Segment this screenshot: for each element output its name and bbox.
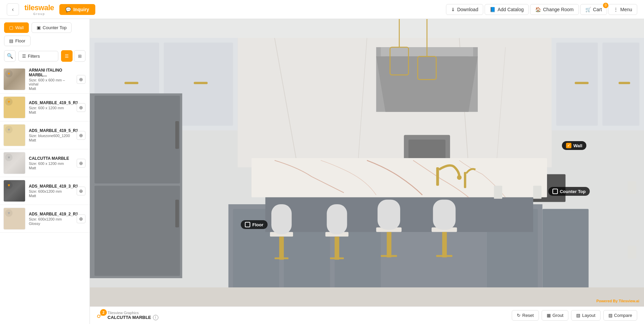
tile-finish: Matt	[29, 194, 73, 198]
layout-button[interactable]: ▧ Layout	[571, 310, 600, 321]
powered-by-text: Powered By	[596, 299, 618, 303]
wall-label[interactable]: ✓ Wall	[562, 141, 586, 150]
sidebar: ▢ Wall ▣ Counter Top ▤ Floor 🔍 ☰ Filters	[0, 19, 90, 324]
tab-floor-label: Floor	[15, 38, 25, 43]
countertop-icon: ▣	[37, 25, 41, 30]
inquiry-button[interactable]: 💬 Inquiry	[59, 4, 95, 15]
tile-name: ADS_MARBLE_419_2_R1	[29, 212, 73, 216]
tile-thumbnail: ♥	[3, 180, 25, 202]
grout-button[interactable]: ▦ Grout	[542, 310, 569, 321]
tile-size: Size: 600x1200 mm	[29, 189, 73, 193]
filter-icon: ☰	[22, 54, 26, 59]
compare-icon: ▨	[608, 313, 612, 318]
bottom-bar: ☍ 2 Tilesview Graphics CALCUTTA MARBLE i…	[90, 306, 644, 324]
filter-label: Filters	[28, 54, 40, 59]
svg-rect-49	[335, 236, 339, 260]
grout-label: Grout	[552, 313, 564, 318]
floor-checkbox[interactable]	[245, 222, 250, 227]
list-view-button[interactable]: ☰	[61, 50, 73, 62]
compare-button[interactable]: ▨ Compare	[603, 310, 637, 321]
floor-label[interactable]: Floor	[241, 220, 268, 229]
tile-size: Size: 600 x 1200 mm	[29, 106, 73, 110]
cart-button[interactable]: 🛒 Cart 0	[580, 4, 607, 15]
add-to-cart-button[interactable]: ⊕	[77, 75, 85, 84]
back-button[interactable]: ‹	[7, 3, 19, 16]
bottom-tile-info: Tilesview Graphics CALCUTTA MARBLE i	[108, 311, 158, 320]
svg-rect-1	[90, 19, 644, 38]
tile-thumbnail: ♥	[3, 68, 25, 90]
tile-name: ADS_MARBLE_419_5_R1	[29, 100, 73, 105]
tile-item[interactable]: ♥CALCUTTA MARBLESize: 600 x 1200 mmMatt⊕	[0, 149, 90, 177]
floor-icon: ▤	[9, 38, 13, 43]
bottom-tile-name: CALCUTTA MARBLE	[108, 315, 151, 320]
tile-item[interactable]: ♥ADS_MARBLE_419_2_R1Size: 600x1200 mmGlo…	[0, 205, 90, 233]
reset-icon: ↻	[517, 313, 521, 318]
reset-label: Reset	[522, 313, 534, 318]
wall-checkbox[interactable]: ✓	[566, 143, 571, 148]
tile-item[interactable]: ♥ADS_MARBLE_419_3_R1Size: 600x1200 mmMat…	[0, 177, 90, 205]
powered-by: Powered By Tilesview.ai	[596, 299, 639, 303]
add-catalog-label: Add Catalog	[497, 7, 524, 12]
svg-rect-32	[175, 121, 179, 149]
add-to-cart-button[interactable]: ⊕	[77, 103, 85, 112]
tile-finish: Matt	[29, 166, 73, 170]
filter-button[interactable]: ☰ Filters	[18, 51, 58, 61]
tile-item[interactable]: ♥ARMANI ITALINO MARBL...Size: 600 x 600 …	[0, 65, 90, 94]
room-view: ✓ Wall Counter Top Floor Powe	[90, 19, 644, 306]
add-to-cart-button[interactable]: ⊕	[77, 131, 85, 140]
countertop-label[interactable]: Counter Top	[548, 187, 590, 196]
tile-size: Size: 600x1200 mm	[29, 217, 73, 221]
tile-name: CALCUTTA MARBLE	[29, 156, 73, 161]
heart-button[interactable]: ♥	[5, 154, 13, 161]
svg-rect-55	[442, 232, 447, 258]
heart-button[interactable]: ♥	[5, 209, 13, 217]
add-to-cart-button[interactable]: ⊕	[77, 214, 85, 223]
sidebar-tabs: ▢ Wall ▣ Counter Top ▤ Floor	[0, 19, 90, 48]
search-box[interactable]: 🔍	[4, 50, 16, 62]
svg-rect-61	[90, 287, 644, 306]
inquiry-label: Inquiry	[73, 7, 89, 12]
add-catalog-button[interactable]: 📘 Add Catalog	[485, 4, 529, 15]
floor-label-text: Floor	[252, 222, 264, 227]
logo-sub: Group	[33, 12, 45, 16]
countertop-checkbox[interactable]	[552, 189, 558, 194]
tile-item[interactable]: ♥ADS_MARBLE_419_5_R1Size: bluezone600_12…	[0, 121, 90, 149]
change-room-button[interactable]: 🏠 Change Room	[530, 4, 579, 15]
add-to-cart-button[interactable]: ⊕	[77, 187, 85, 195]
svg-marker-20	[376, 56, 478, 112]
cart-label: Cart	[593, 7, 602, 12]
change-room-label: Change Room	[543, 7, 573, 12]
menu-button[interactable]: ⋮ Menu	[608, 4, 637, 15]
tile-finish: Glossy	[29, 222, 73, 226]
heart-button[interactable]: ♥	[5, 70, 13, 77]
heart-button[interactable]: ♥	[5, 98, 13, 106]
download-button[interactable]: ⇓ Download	[446, 4, 483, 15]
tile-info: ADS_MARBLE_419_3_R1Size: 600x1200 mmMatt	[29, 184, 73, 198]
tile-finish: Matt	[29, 87, 73, 91]
tile-finish: Matt	[29, 138, 73, 142]
heart-button[interactable]: ♥	[5, 126, 13, 133]
download-label: Download	[457, 7, 478, 12]
menu-icon: ⋮	[613, 7, 618, 12]
svg-rect-68	[628, 181, 636, 194]
heart-button[interactable]: ♥	[5, 182, 13, 189]
grid-icon: ⊞	[78, 54, 82, 59]
svg-rect-30	[95, 96, 180, 184]
tile-size: Size: 600 x 1200 mm	[29, 161, 73, 166]
svg-rect-47	[275, 258, 289, 259]
reset-button[interactable]: ↻ Reset	[512, 310, 539, 321]
tile-name: ARMANI ITALINO MARBL...	[29, 68, 73, 77]
tile-finish: Matt	[29, 110, 73, 114]
tile-info: ADS_MARBLE_419_2_R1Size: 600x1200 mmGlos…	[29, 212, 73, 226]
svg-rect-10	[124, 82, 138, 84]
info-icon[interactable]: i	[153, 315, 158, 320]
search-row: 🔍 ☰ Filters ☰ ⊞	[0, 48, 90, 64]
tab-counter-top[interactable]: ▣ Counter Top	[32, 22, 72, 33]
tab-floor[interactable]: ▤ Floor	[4, 36, 31, 46]
svg-rect-67	[533, 186, 542, 199]
tab-wall[interactable]: ▢ Wall	[4, 22, 29, 33]
tile-item[interactable]: ♥ADS_MARBLE_419_5_R1Size: 600 x 1200 mmM…	[0, 94, 90, 121]
add-to-cart-button[interactable]: ⊕	[77, 159, 85, 168]
tile-info: ADS_MARBLE_419_5_R1Size: 600 x 1200 mmMa…	[29, 100, 73, 114]
grid-view-button[interactable]: ⊞	[74, 50, 85, 62]
